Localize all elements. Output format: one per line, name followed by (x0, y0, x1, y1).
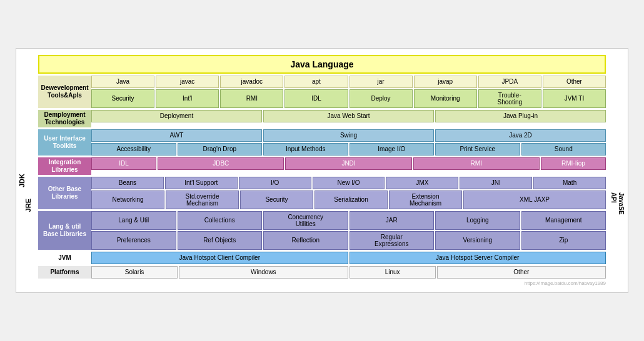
cell-ext-mechanism: ExtensionMechanism (389, 190, 462, 209)
platform-content: Solaris Windows Linux Other (91, 266, 606, 279)
ui-layer: User InterfaceToolkits AWT Swing Java 2D… (38, 129, 606, 156)
cell-java2d: Java 2D (435, 129, 606, 142)
cell-idl-integ: IDL (91, 157, 156, 170)
cell-idl: IDL (284, 89, 348, 108)
cell-jar: jar (350, 76, 413, 88)
cell-javap: javap (414, 76, 477, 88)
cell-hotspot-server: Java Hotspot Server Compiler (350, 252, 606, 264)
cell-java: Java (91, 76, 154, 88)
cell-logging: Logging (435, 211, 520, 230)
platform-label: Platforms (38, 266, 91, 279)
base-layer: Other BaseLibraries Beans Int'l Support … (38, 177, 606, 209)
cell-image-io: Image I/O (350, 143, 435, 156)
cell-jpda: JPDA (478, 76, 541, 88)
cell-swing: Swing (263, 129, 434, 142)
watermark: https://image.baidu.com/hatway1989 (38, 280, 606, 286)
integ-row: IDL JDBC JNDI RMI RMI-Iiop (91, 157, 606, 170)
diagram-wrapper: JDK JRE JavaSEAPI Java Language Dewevelo… (16, 48, 628, 293)
cell-solaris: Solaris (91, 266, 178, 279)
dev-tools-row2: Security Int'l RMI IDL Deploy Monitoring… (91, 89, 606, 108)
base-row2: Networking Std.overrideMechanism Securit… (91, 190, 606, 209)
cell-dragndrop: Drag'n Drop (178, 143, 263, 156)
cell-security: Security (91, 89, 154, 108)
java-language-bar: Java Language (38, 55, 606, 74)
cell-rmi-iiop: RMI-Iiop (541, 157, 606, 170)
cell-troubleshooting: Trouble-Shooting (478, 89, 541, 108)
cell-zip: Zip (521, 231, 606, 250)
cell-preferences: Preferences (91, 231, 176, 250)
integ-label: IntegrationLibraries (38, 157, 91, 175)
cell-versioning: Versioning (435, 231, 520, 250)
ui-row1: AWT Swing Java 2D (91, 129, 606, 142)
cell-jmx: JMX (386, 177, 458, 189)
cell-other-platform: Other (437, 266, 606, 279)
cell-jni: JNI (460, 177, 532, 189)
cell-ref-objects: Ref Objects (178, 231, 263, 250)
ui-row2: Accessibility Drag'n Drop Input Methods … (91, 143, 606, 156)
cell-jdbc: JDBC (158, 157, 284, 170)
cell-networking: Networking (91, 190, 164, 209)
dev-tools-label: DewevelopmentTools&Apls (38, 76, 91, 108)
deploy-layer: DemploymentTechnologies Deployment Java … (38, 110, 606, 127)
base-row1: Beans Int'l Support I/O New I/O JMX JNI … (91, 177, 606, 189)
cell-rmi: RMI (220, 89, 283, 108)
cell-java-plugin: Java Plug-in (435, 110, 606, 122)
cell-monitoring: Monitoring (414, 89, 477, 108)
jvm-row: Java Hotspot Client Compiler Java Hotspo… (91, 252, 606, 264)
dev-tools-row1: Java javac javadoc apt jar javap JPDA Ot… (91, 76, 606, 88)
cell-reflection: Reflection (263, 231, 348, 250)
deploy-content: Deployment Java Web Start Java Plug-in (91, 110, 606, 127)
jvm-content: Java Hotspot Client Compiler Java Hotspo… (91, 252, 606, 264)
cell-deployment: Deployment (91, 110, 262, 122)
cell-sound: Sound (521, 143, 606, 156)
cell-xml-jaxp: XML JAXP (463, 190, 606, 209)
cell-linux: Linux (350, 266, 436, 279)
dev-tools-layer: DewevelopmentTools&Apls Java javac javad… (38, 76, 606, 108)
cell-jar: JAR (350, 211, 435, 230)
cell-std-override: Std.overrideMechanism (166, 190, 239, 209)
platform-layer: Platforms Solaris Windows Linux Other (38, 266, 606, 279)
cell-accessibility: Accessibility (91, 143, 176, 156)
deploy-label: DemploymentTechnologies (38, 110, 91, 127)
jre-label: JRE (24, 199, 32, 212)
dev-tools-content: Java javac javadoc apt jar javap JPDA Ot… (91, 76, 606, 108)
cell-collections: Collections (178, 211, 263, 230)
ui-label: User InterfaceToolkits (38, 129, 91, 156)
cell-java-web-start: Java Web Start (263, 110, 434, 122)
integ-content: IDL JDBC JNDI RMI RMI-Iiop (91, 157, 606, 175)
ui-content: AWT Swing Java 2D Accessibility Drag'n D… (91, 129, 606, 156)
cell-jvmti: JVM TI (543, 89, 606, 108)
platform-row: Solaris Windows Linux Other (91, 266, 606, 279)
cell-lang-util: Lang & Util (91, 211, 176, 230)
jvm-layer: JVM Java Hotspot Client Compiler Java Ho… (38, 252, 606, 264)
cell-deploy: Deploy (350, 89, 413, 108)
cell-math: Math (533, 177, 606, 189)
cell-windows: Windows (179, 266, 348, 279)
cell-management: Management (521, 211, 606, 230)
lang-label: Lang & utilBase Libraries (38, 211, 91, 250)
cell-awt: AWT (91, 129, 262, 142)
lang-layer: Lang & utilBase Libraries Lang & Util Co… (38, 211, 606, 250)
javase-label-area: JavaSEAPI (608, 146, 626, 261)
jdk-label: JDK (18, 174, 26, 187)
cell-input-methods: Input Methods (263, 143, 348, 156)
cell-io: I/O (239, 177, 311, 189)
cell-javadoc: javadoc (220, 76, 283, 88)
cell-hotspot-client: Java Hotspot Client Compiler (91, 252, 348, 264)
cell-beans: Beans (91, 177, 164, 189)
jdk-label-area: JDK JRE (18, 149, 29, 261)
jvm-label: JVM (38, 252, 91, 264)
cell-apt: apt (284, 76, 348, 88)
cell-other: Other (543, 76, 606, 88)
cell-regex: RegularExpressions (350, 231, 435, 250)
lang-row1: Lang & Util Collections ConcurrencyUtili… (91, 211, 606, 230)
cell-jndi: JNDI (285, 157, 411, 170)
cell-rmi-integ: RMI (413, 157, 540, 170)
main-content: Java Language DewevelopmentTools&Apls Ja… (38, 55, 606, 286)
lang-content: Lang & Util Collections ConcurrencyUtili… (91, 211, 606, 250)
base-label: Other BaseLibraries (38, 177, 91, 209)
cell-serialization: Serialization (314, 190, 388, 209)
integ-layer: IntegrationLibraries IDL JDBC JNDI RMI R… (38, 157, 606, 175)
cell-concurrency: ConcurrencyUtilities (263, 211, 348, 230)
cell-intl: Int'l (156, 89, 219, 108)
